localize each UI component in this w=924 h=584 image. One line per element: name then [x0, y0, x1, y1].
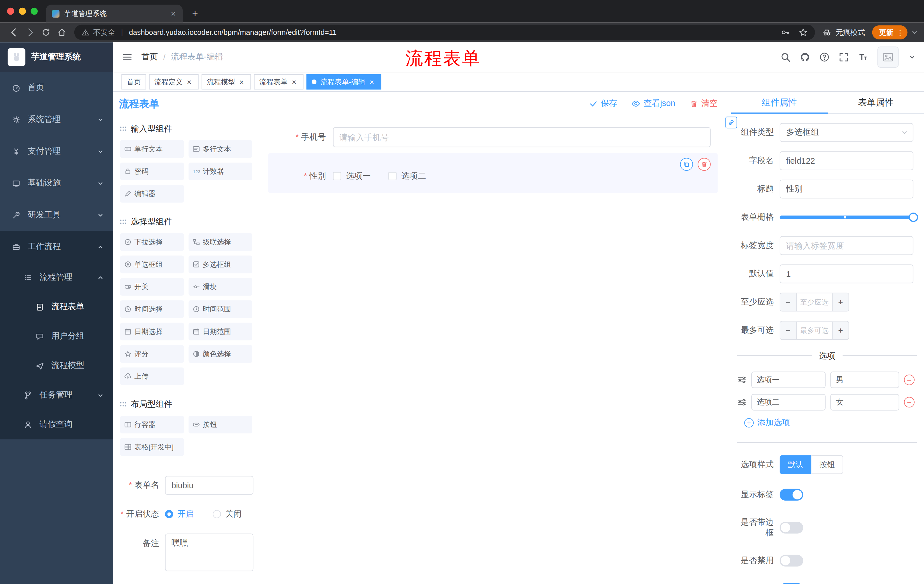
- sidebar-item-process-model[interactable]: 流程模型: [0, 351, 113, 380]
- tag-process-model[interactable]: 流程模型 ×: [201, 74, 251, 90]
- palette-item-button[interactable]: 按钮: [189, 416, 252, 433]
- default-value-input[interactable]: [780, 264, 913, 283]
- tab-component-props[interactable]: 组件属性: [731, 92, 828, 113]
- status-off-radio[interactable]: 关闭: [213, 509, 242, 520]
- add-option-button[interactable]: + 添加选项: [744, 418, 924, 428]
- sidebar-item-infrastructure[interactable]: 基础设施: [0, 167, 113, 199]
- show-label-toggle[interactable]: [780, 489, 803, 500]
- option-2-label-input[interactable]: [751, 394, 826, 411]
- title-input[interactable]: [780, 180, 913, 199]
- style-button-button[interactable]: 按钮: [811, 455, 843, 474]
- remark-textarea[interactable]: 嘿嘿: [165, 533, 253, 571]
- sidebar-item-payment[interactable]: 支付管理: [0, 135, 113, 167]
- increment-button[interactable]: +: [832, 293, 848, 311]
- tag-process-form[interactable]: 流程表单 ×: [254, 74, 303, 90]
- sidebar-item-devtools[interactable]: 研发工具: [0, 199, 113, 231]
- browser-tab[interactable]: 芋道管理系统 ×: [46, 5, 183, 22]
- tag-close-icon[interactable]: ×: [290, 78, 298, 86]
- toolbar-caret-icon[interactable]: [911, 29, 918, 36]
- canvas-field-gender-selected[interactable]: 性别 选项一 选项二: [268, 153, 718, 193]
- remove-option-button[interactable]: −: [904, 397, 914, 408]
- label-width-input[interactable]: [780, 236, 913, 255]
- palette-item-date-range[interactable]: 日期范围: [189, 323, 252, 341]
- sidebar-item-task-management[interactable]: 任务管理: [0, 380, 113, 410]
- palette-item-cascader[interactable]: 级联选择: [189, 233, 252, 251]
- palette-item-switch[interactable]: 开关: [120, 278, 184, 296]
- palette-item-single-line-text[interactable]: 单行文本: [120, 140, 184, 158]
- palette-item-editor[interactable]: 编辑器: [120, 185, 184, 202]
- tab-form-props[interactable]: 表单属性: [828, 92, 924, 113]
- font-size-icon[interactable]: [858, 52, 868, 62]
- caret-down-icon[interactable]: [909, 54, 916, 61]
- password-key-icon[interactable]: [781, 28, 790, 37]
- option-1-value-input[interactable]: [830, 372, 899, 388]
- link-icon-button[interactable]: [725, 117, 737, 128]
- phone-input[interactable]: [333, 127, 711, 147]
- component-type-select[interactable]: 多选框组: [780, 123, 913, 142]
- drag-handle-icon[interactable]: [737, 397, 747, 407]
- delete-component-button[interactable]: [698, 158, 710, 171]
- sidebar-item-system[interactable]: 系统管理: [0, 104, 113, 135]
- avatar[interactable]: [878, 46, 899, 68]
- sidebar-item-process-form[interactable]: 流程表单: [0, 292, 113, 321]
- form-name-input[interactable]: [165, 476, 253, 495]
- palette-item-counter[interactable]: 123 计数器: [189, 163, 252, 180]
- palette-item-checkbox-group[interactable]: 多选框组: [189, 256, 252, 273]
- back-button[interactable]: [6, 25, 22, 41]
- gender-option-2-checkbox[interactable]: 选项二: [388, 171, 426, 181]
- forward-button[interactable]: [22, 25, 38, 41]
- palette-item-color-picker[interactable]: 颜色选择: [189, 345, 252, 363]
- palette-item-row-container[interactable]: 行容器: [120, 416, 184, 433]
- home-button[interactable]: [54, 25, 70, 41]
- search-icon[interactable]: [780, 52, 791, 62]
- border-toggle[interactable]: [780, 522, 803, 533]
- palette-item-table[interactable]: 表格[开发中]: [120, 438, 184, 456]
- window-zoom-button[interactable]: [31, 8, 38, 15]
- tag-process-definition[interactable]: 流程定义 ×: [149, 74, 198, 90]
- palette-item-radio-group[interactable]: 单选框组: [120, 256, 184, 273]
- palette-item-slider[interactable]: 滑块: [189, 278, 252, 296]
- palette-item-password[interactable]: 密码: [120, 163, 184, 180]
- palette-item-time-picker[interactable]: 时间选择: [120, 300, 184, 318]
- palette-item-upload[interactable]: 上传: [120, 367, 184, 385]
- increment-button[interactable]: +: [832, 321, 848, 339]
- tag-close-icon[interactable]: ×: [185, 78, 193, 86]
- sidebar-item-home[interactable]: 首页: [0, 72, 113, 104]
- form-canvas[interactable]: 手机号 性别: [261, 115, 731, 584]
- sidebar-item-process-management[interactable]: 流程管理: [0, 263, 113, 292]
- sidebar-item-workflow[interactable]: 工作流程: [0, 231, 113, 263]
- clear-button[interactable]: 清空: [690, 98, 718, 109]
- palette-item-rate[interactable]: 评分: [120, 345, 184, 363]
- browser-menu-icon[interactable]: ⋮: [896, 28, 904, 37]
- status-on-radio[interactable]: 开启: [165, 509, 194, 520]
- tag-home[interactable]: 首页: [122, 74, 146, 90]
- address-bar[interactable]: 不安全 | dashboard.yudao.iocoder.cn/bpm/man…: [74, 25, 815, 40]
- palette-item-date-picker[interactable]: 日期选择: [120, 323, 184, 341]
- decrement-button[interactable]: −: [780, 293, 797, 311]
- remove-option-button[interactable]: −: [904, 375, 914, 385]
- update-button[interactable]: 更新 ⋮: [872, 25, 908, 39]
- gender-option-1-checkbox[interactable]: 选项一: [333, 171, 371, 181]
- fullscreen-icon[interactable]: [838, 52, 849, 62]
- palette-item-multi-line-text[interactable]: 多行文本: [189, 140, 252, 158]
- view-json-button[interactable]: 查看json: [631, 98, 675, 109]
- max-select-value[interactable]: 最多可选: [797, 321, 832, 339]
- option-1-label-input[interactable]: [751, 372, 826, 388]
- drag-handle-icon[interactable]: [737, 375, 747, 385]
- reload-button[interactable]: [38, 25, 54, 41]
- required-toggle[interactable]: [780, 583, 803, 584]
- window-close-button[interactable]: [7, 8, 14, 15]
- decrement-button[interactable]: −: [780, 321, 797, 339]
- style-default-button[interactable]: 默认: [780, 455, 811, 474]
- new-tab-button[interactable]: +: [187, 6, 203, 21]
- disabled-toggle[interactable]: [780, 555, 803, 567]
- window-minimize-button[interactable]: [19, 8, 26, 15]
- sidebar-item-leave-query[interactable]: 请假查询: [0, 410, 113, 439]
- tag-close-icon[interactable]: ×: [368, 78, 376, 86]
- hamburger-icon[interactable]: [113, 52, 142, 62]
- tag-process-form-edit[interactable]: 流程表单-编辑 ×: [307, 74, 381, 90]
- palette-item-time-range[interactable]: 时间范围: [189, 300, 252, 318]
- help-icon[interactable]: [819, 52, 830, 62]
- sidebar-item-user-groups[interactable]: 用户分组: [0, 321, 113, 351]
- tag-close-icon[interactable]: ×: [238, 78, 246, 86]
